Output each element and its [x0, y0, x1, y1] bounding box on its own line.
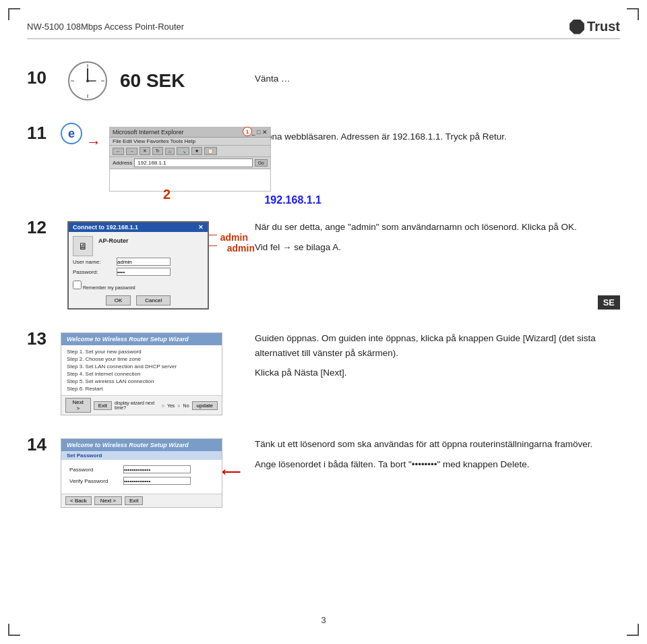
- yes-label: Yes: [167, 403, 175, 408]
- corner-mark-tr: [627, 8, 639, 20]
- wizard-exit-btn[interactable]: Exit: [94, 401, 112, 410]
- document-title: NW-5100 108Mbps Access Point-Router: [27, 22, 184, 32]
- step-12-visual: Connect to 192.168.1.1 ✕ 🖥 AP-Router Use…: [61, 217, 236, 310]
- search-btn[interactable]: 🔍: [177, 147, 189, 155]
- step-14-text: Tänk ut ett lösenord som ska användas fö…: [255, 434, 620, 471]
- page-number: 3: [321, 615, 326, 625]
- refresh-btn[interactable]: ↻: [152, 147, 163, 155]
- step-13-description-2: Klicka på Nästa [Next].: [255, 365, 620, 380]
- radio-no-icon: ○: [177, 403, 180, 408]
- wizard-next-btn[interactable]: Next >: [65, 398, 91, 413]
- step-10-text: Vänta …: [255, 69, 620, 86]
- step-14-description-2: Ange lösenordet i båda fälten. Ta bort "…: [255, 457, 620, 472]
- step-13-visual: Welcome to Wireless Router Setup Wizard …: [61, 328, 236, 415]
- step-10-visual: 60 SEK: [61, 54, 236, 101]
- home-btn[interactable]: ⌂: [165, 148, 175, 155]
- step-number-1-badge: 1: [243, 127, 252, 136]
- password-subheader: Set Password: [61, 451, 222, 460]
- forward-btn[interactable]: →: [126, 148, 137, 155]
- username-row: User name:: [73, 258, 204, 266]
- step-10-number: 10: [27, 67, 61, 88]
- dialog-icon-row: 🖥 AP-Router: [69, 232, 208, 258]
- dialog-title: Connect to 192.168.1.1: [73, 224, 138, 231]
- step-11-number: 11: [27, 123, 61, 144]
- wizard-footer-text: display wizard next time?: [115, 401, 159, 410]
- password-row: Password:: [73, 268, 204, 276]
- trust-logo-text: Trust: [587, 19, 620, 34]
- corner-mark-br: [627, 624, 639, 636]
- address-label: Address: [113, 160, 132, 166]
- wizard-step-4: Step 4. Set internet connection: [67, 370, 216, 378]
- step-12-description-2: Vid fel → se bilaga A.: [255, 240, 620, 255]
- stop-btn[interactable]: ✕: [140, 147, 150, 155]
- browser-menu: File Edit View Favorites Tools Help: [113, 138, 195, 144]
- password-input[interactable]: [117, 268, 171, 276]
- pw-next-btn[interactable]: Next >: [94, 496, 122, 505]
- ok-button[interactable]: OK: [106, 295, 131, 305]
- step-14-number: 14: [27, 434, 61, 455]
- browser-controls: _ □ ✕: [252, 129, 268, 136]
- favorites-btn[interactable]: ★: [191, 147, 202, 155]
- admin-label-2: admin: [227, 243, 255, 254]
- no-label: No: [183, 403, 189, 408]
- step-11-text: Öppna webbläsaren. Adressen är 192.168.1…: [255, 123, 620, 144]
- step-11-row: 11 e → Microsoft Internet Explorer _ □ ✕…: [27, 123, 620, 192]
- step-10-row: 10 60 SEK Vänta …: [27, 54, 620, 101]
- main-content: 10 60 SEK Vänta …: [27, 40, 620, 529]
- back-btn[interactable]: ←: [113, 148, 124, 155]
- remember-checkbox[interactable]: [73, 281, 82, 289]
- wizard-step-2: Step 2. Choose your time zone: [67, 355, 216, 363]
- ie-browser-icon: e: [61, 123, 82, 144]
- pw-password-label: Password: [69, 467, 123, 473]
- wizard-dialog: Welcome to Wireless Router Setup Wizard …: [61, 332, 222, 415]
- wizard-update-btn[interactable]: update: [192, 401, 218, 410]
- username-label: User name:: [73, 259, 117, 265]
- browser-address-bar: Address 192.168.1.1 Go: [110, 157, 270, 169]
- username-input[interactable]: [117, 258, 171, 266]
- step-12-row: 12 Connect to 192.168.1.1 ✕ 🖥 AP-Router: [27, 217, 620, 310]
- sek-label: 60 SEK: [120, 70, 185, 92]
- step-13-text: Guiden öppnas. Om guiden inte öppnas, kl…: [255, 328, 620, 380]
- pw-password-input[interactable]: [123, 465, 191, 473]
- password-dialog: Welcome to Wireless Router Setup Wizard …: [61, 438, 222, 508]
- history-btn[interactable]: 📋: [204, 147, 217, 155]
- admin-label-1: admin: [220, 232, 248, 243]
- step-10-description: Vänta …: [255, 74, 290, 84]
- step-13-description-1: Guiden öppnas. Om guiden inte öppnas, kl…: [255, 331, 620, 360]
- dash-line-1: [209, 235, 217, 235]
- pw-back-btn[interactable]: < Back: [65, 496, 92, 505]
- wizard-step-6: Step 6. Restart: [67, 385, 216, 392]
- browser-menubar: File Edit View Favorites Tools Help: [110, 138, 270, 146]
- radio-yes-icon: ○: [162, 403, 164, 408]
- corner-mark-bl: [8, 624, 20, 636]
- pw-verify-input[interactable]: [123, 477, 191, 485]
- go-btn[interactable]: Go: [255, 159, 268, 167]
- dialog-fields: User name: Password:: [69, 258, 208, 281]
- address-input[interactable]: 192.168.1.1: [134, 158, 252, 167]
- wizard-step-1: Step 1. Set your new password: [67, 348, 216, 355]
- remember-label: Remember my password: [83, 285, 135, 290]
- step-13-number: 13: [27, 328, 61, 349]
- dialog-section-title: AP-Router: [98, 236, 129, 244]
- browser-body: [110, 169, 270, 191]
- password-label: Password:: [73, 269, 117, 275]
- step-12-description-1: När du ser detta, ange "admin" som använ…: [255, 220, 620, 235]
- step-12-text: När du ser detta, ange "admin" som använ…: [255, 217, 620, 254]
- step-14-visual: Welcome to Wireless Router Setup Wizard …: [61, 434, 236, 508]
- password-mock-wrap: Welcome to Wireless Router Setup Wizard …: [61, 434, 222, 508]
- step-14-description-1: Tänk ut ett lösenord som ska användas fö…: [255, 437, 620, 452]
- pw-verify-row: Verify Password: [69, 477, 214, 485]
- step-14-row: 14 Welcome to Wireless Router Setup Wiza…: [27, 434, 620, 508]
- corner-mark-tl: [8, 8, 20, 20]
- dialog-titlebar: Connect to 192.168.1.1 ✕: [69, 223, 208, 232]
- dialog-buttons: OK Cancel: [69, 293, 208, 308]
- dash-line-2: [209, 245, 217, 246]
- cancel-button[interactable]: Cancel: [136, 295, 171, 305]
- clock-icon: [67, 61, 108, 101]
- step12-visual-wrap: Connect to 192.168.1.1 ✕ 🖥 AP-Router Use…: [67, 217, 209, 310]
- pw-verify-label: Verify Password: [69, 478, 123, 484]
- pw-exit-btn[interactable]: Exit: [125, 496, 143, 505]
- password-header: Welcome to Wireless Router Setup Wizard: [61, 439, 222, 451]
- browser-mockup: Microsoft Internet Explorer _ □ ✕ File E…: [109, 127, 271, 192]
- router-icon: 🖥: [73, 236, 93, 256]
